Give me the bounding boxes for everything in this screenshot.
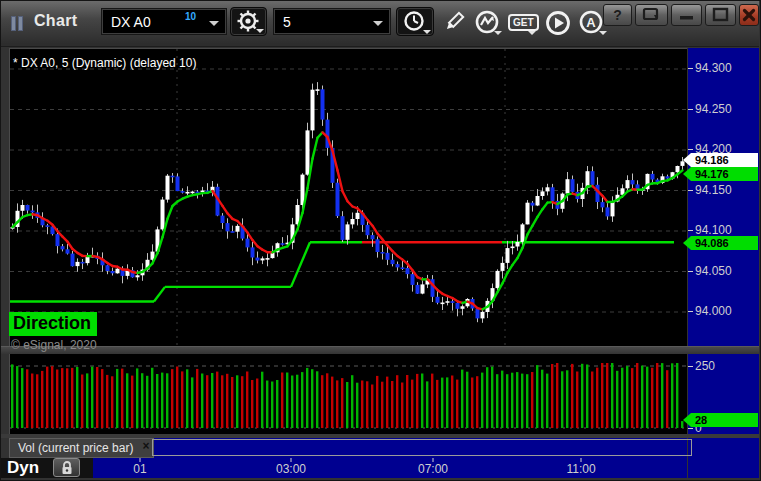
maximize-button[interactable] xyxy=(705,4,736,26)
maximize-icon xyxy=(706,5,735,25)
chevron-down-icon[interactable] xyxy=(423,30,431,34)
dyn-mode-label[interactable]: Dyn xyxy=(7,458,39,478)
last-price-badge: 94.186 xyxy=(691,153,758,167)
volume-value-badge: 28 xyxy=(691,413,758,427)
price-pane[interactable] xyxy=(9,48,687,346)
pane-splitter[interactable] xyxy=(1,346,761,354)
volume-pane[interactable] xyxy=(9,354,687,434)
play-icon xyxy=(544,9,572,37)
close-tab-icon[interactable]: × xyxy=(142,439,149,453)
close-icon xyxy=(740,5,758,25)
volume-axis-tick-label: 250 xyxy=(695,359,715,373)
y-axis-tick xyxy=(688,190,693,191)
y-axis-tick-label: 94.300 xyxy=(695,61,732,75)
y-axis-tick xyxy=(688,149,693,150)
chevron-down-icon[interactable] xyxy=(528,31,536,35)
draw-tool-button[interactable] xyxy=(441,9,467,35)
volume-axis-tick xyxy=(688,428,693,429)
pencil-icon xyxy=(441,9,467,35)
get-icon: GET xyxy=(508,14,539,31)
y-axis-tick-label: 94.100 xyxy=(695,223,732,237)
time-axis[interactable]: 0103:0007:0011:00 xyxy=(9,458,687,478)
chevron-down-icon[interactable] xyxy=(256,29,264,33)
direction-study-label[interactable]: Direction xyxy=(9,312,97,336)
chart-window-icon xyxy=(11,16,27,31)
interval-value: 5 xyxy=(283,14,291,30)
candle-bodies xyxy=(11,89,685,318)
popout-icon xyxy=(636,5,667,25)
time-axis-label: 07:00 xyxy=(418,462,448,476)
y-axis-tick-label: 94.050 xyxy=(695,264,732,278)
chevron-down-icon[interactable] xyxy=(599,31,607,35)
time-template-box: Dyn xyxy=(1,458,93,478)
lock-button[interactable] xyxy=(53,458,80,477)
horizontal-scroll-track[interactable] xyxy=(152,439,692,456)
volume-axis-tick xyxy=(688,366,693,367)
volume-tab[interactable]: Vol (current price bar) × xyxy=(9,438,154,458)
y-axis-tick xyxy=(688,68,693,69)
get-data-button[interactable]: GET xyxy=(508,12,539,31)
popout-button[interactable] xyxy=(635,4,668,26)
title-bar[interactable]: Chart DX A0 10 xyxy=(1,1,761,47)
svg-text:A: A xyxy=(586,15,596,30)
copyright-label: © eSignal, 2020 xyxy=(11,338,97,352)
lock-icon xyxy=(60,460,74,476)
time-axis-label: 03:00 xyxy=(276,462,306,476)
moving-average-line xyxy=(13,132,683,309)
time-axis-label: 11:00 xyxy=(566,462,595,476)
y-axis-tick-label: 94.000 xyxy=(695,304,732,318)
volume-chart-canvas[interactable] xyxy=(10,354,687,434)
window-title: Chart xyxy=(34,12,77,30)
symbol-value: DX A0 xyxy=(111,14,151,30)
help-button[interactable]: ? xyxy=(603,4,632,26)
minimize-button[interactable] xyxy=(671,4,702,26)
studies-button[interactable] xyxy=(473,9,503,37)
chart-settings-button[interactable] xyxy=(230,7,267,36)
y-axis-tick-label: 94.250 xyxy=(695,102,732,116)
chevron-down-icon[interactable] xyxy=(494,31,502,35)
chart-window: Chart DX A0 10 xyxy=(0,0,761,481)
instrument-label: * DX A0, 5 (Dynamic) (delayed 10) xyxy=(13,56,196,70)
window-left-border xyxy=(1,48,9,478)
close-button[interactable] xyxy=(739,4,759,26)
y-axis-tick-label: 94.150 xyxy=(695,183,732,197)
symbol-depth-superscript: 10 xyxy=(185,11,196,22)
y-axis-tick xyxy=(688,230,693,231)
time-interval-button[interactable] xyxy=(396,7,434,36)
y-axis-tick xyxy=(688,109,693,110)
play-replay-button[interactable] xyxy=(544,9,572,37)
pane-tab-bar: Vol (current price bar) × xyxy=(9,438,687,458)
y-axis-tick xyxy=(688,311,693,312)
direction-value-badge: 94.086 xyxy=(691,236,758,250)
interval-combo[interactable]: 5 xyxy=(273,8,391,35)
price-chart-canvas[interactable] xyxy=(10,49,687,346)
symbol-combo[interactable]: DX A0 10 xyxy=(101,8,227,35)
time-axis-label: 01 xyxy=(133,462,146,476)
chevron-down-icon[interactable] xyxy=(209,21,219,26)
help-icon: ? xyxy=(613,7,622,23)
y-axis-tick xyxy=(688,271,693,272)
minimize-icon xyxy=(672,5,701,25)
chevron-down-icon[interactable] xyxy=(373,21,383,26)
volume-tab-label: Vol (current price bar) xyxy=(18,441,133,455)
secondary-price-badge: 94.176 xyxy=(691,167,758,181)
